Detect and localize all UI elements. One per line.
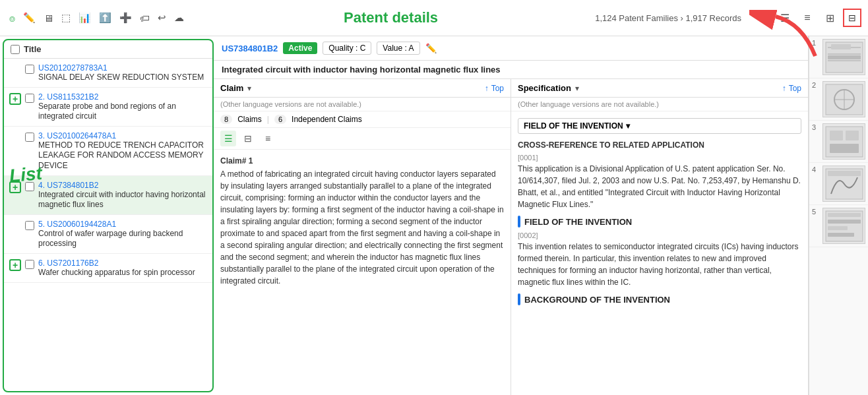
edit-icon[interactable]: ✏️ [425,43,437,53]
patent-link-1[interactable]: US20120278783A1 [38,63,108,73]
filter-icon[interactable]: ⌾ [7,11,18,25]
patent-text-5: 5. US20060194428A1 Control of wafer warp… [38,219,207,249]
thumbnail-5[interactable]: 5 [809,205,868,247]
grid-view-button[interactable]: ⊞ [821,9,839,27]
page-title: Patent details [192,9,590,26]
claims-stats: 8 Claims | 6 Independent Claims [214,111,511,128]
thumb-num-2: 2 [812,81,820,89]
claim-text: A method of fabricating an integrated ci… [220,168,504,287]
svg-rect-21 [828,233,854,237]
list-view-button[interactable]: ☰ [776,9,794,27]
patent-text-2: 2. US8115321B2 Separate probe and bond r… [38,92,207,122]
thumbnail-1[interactable]: 1 [809,36,868,78]
spec-section-dropdown[interactable]: FIELD OF THE INVENTION ▾ [518,118,801,134]
patent-link-6[interactable]: 6. US7201176B2 [38,258,98,268]
thumb-img-3 [822,123,865,160]
spec-field-title: FIELD OF THE INVENTION [518,216,801,228]
svg-rect-16 [828,171,861,176]
spec-top-button[interactable]: ↑ Top [782,84,801,93]
thumb-img-4 [822,166,865,202]
patent-item: + 4. US7384801B2 Integrated circuit with… [4,176,212,215]
add-icon[interactable]: ➕ [117,11,135,25]
patent-checkbox-6[interactable] [25,260,34,269]
thumbnail-2[interactable]: 2 [809,78,868,121]
export-icon[interactable]: ⬚ [59,11,73,25]
spec-chevron-icon[interactable]: ▾ [575,84,579,93]
main-layout: Title List US20120278783A1 SIGNAL DELAY … [0,36,868,395]
section-bar-bg-icon [518,293,520,305]
spec-background-title: BACKGROUND OF THE INVENTION [518,293,801,305]
patent-checkbox-4[interactable] [25,182,34,191]
right-panel: 1 2 [809,36,868,395]
patent-checkbox-3[interactable] [25,133,34,142]
add-button-2[interactable]: + [9,93,21,105]
thumbnail-3[interactable]: 3 [809,121,868,163]
flat-view-icon[interactable]: ≡ [260,131,276,146]
patent-link-2[interactable]: 2. US8115321B2 [38,92,98,102]
toolbar: ⌾ ✏️ 🖥 ⬚ 📊 ⬆️ ➕ 🏷 ↩ ☁ [7,11,187,25]
spec-para-0001-id: [0001] [518,154,801,162]
svg-rect-6 [828,55,861,59]
patent-item: 5. US20060194428A1 Control of wafer warp… [4,215,212,254]
patent-link-3[interactable]: 3. US20100264478A1 [38,131,116,140]
spec-content: FIELD OF THE INVENTION ▾ CROSS-REFERENCE… [511,111,808,395]
independent-label-text: Independent Claims [292,115,362,124]
list-view-icon[interactable]: ☰ [220,131,236,146]
spec-section-label: FIELD OF THE INVENTION [524,121,623,131]
panel-view-button[interactable]: ⊟ [843,9,861,27]
claims-chevron-icon[interactable]: ▾ [247,84,251,93]
spec-cross-ref-title: CROSS-REFERENCE TO RELATED APPLICATION [518,140,801,150]
header-view-icons: ⚙ ☰ ≡ ⊞ ⊟ [753,9,861,27]
patent-link-5[interactable]: 5. US20060194428A1 [38,220,116,229]
patent-number-link[interactable]: US7384801B2 [222,44,278,53]
pencil-icon[interactable]: ✏️ [20,11,38,25]
svg-rect-14 [830,144,859,153]
patent-desc-5: Control of wafer warpage during backend … [38,229,207,249]
patent-desc-2: Separate probe and bond regions of an in… [38,102,207,122]
spec-panel: Specification ▾ ↑ Top (Other language ve… [511,79,808,395]
patent-desc-3: METHOD TO REDUCE TRENCH CAPACITOR LEAKAG… [38,140,207,171]
patent-item: + 6. US7201176B2 Wafer chucking apparatu… [4,254,212,283]
thumb-num-3: 3 [812,123,820,131]
claims-lang-note: (Other language versions are not availab… [214,98,511,111]
patent-full-title: Integrated circuit with inductor having … [214,61,808,79]
add-button-4[interactable]: + [9,181,21,193]
chart-icon[interactable]: 📊 [76,11,94,25]
section-bar-icon [518,216,520,228]
patent-list: List US20120278783A1 SIGNAL DELAY SKEW R… [4,59,212,391]
tag-icon[interactable]: 🏷 [137,11,152,25]
spec-up-arrow-icon: ↑ [782,84,786,93]
split-view: Claim ▾ ↑ Top (Other language versions a… [214,79,808,395]
svg-rect-5 [831,44,851,49]
patent-checkbox-5[interactable] [25,221,34,230]
share-icon[interactable]: ↩ [155,11,169,25]
header-stats: 1,124 Patent Families › 1,917 Records [595,13,741,23]
header: ⌾ ✏️ 🖥 ⬚ 📊 ⬆️ ➕ 🏷 ↩ ☁ Patent details 1,1… [0,0,868,36]
cloud-icon[interactable]: ☁ [171,11,187,25]
svg-rect-13 [846,131,859,140]
spec-label: Specification [518,83,571,93]
middle-panel: US7384801B2 Active Quality : C Value : A… [214,36,809,395]
patent-checkbox-1[interactable] [25,65,34,74]
monitor-icon[interactable]: 🖥 [41,11,56,25]
independent-count-badge: 6 [274,115,286,124]
patent-text-1: US20120278783A1 SIGNAL DELAY SKEW REDUCT… [38,63,207,83]
menu-view-button[interactable]: ≡ [798,9,817,27]
patent-checkbox-2[interactable] [25,94,34,103]
thumbnail-4[interactable]: 4 [809,163,868,205]
dropdown-arrow-icon: ▾ [626,121,630,131]
svg-rect-19 [828,220,861,224]
thumb-num-1: 1 [812,39,820,47]
upload-icon[interactable]: ⬆️ [96,11,114,25]
left-panel-header: Title [4,40,212,59]
patent-item: + 2. US8115321B2 Separate probe and bond… [4,88,212,127]
indent-view-icon[interactable]: ⊟ [240,131,256,146]
spec-para-0002-text: This invention relates to semiconductor … [518,241,801,288]
thumb-img-1 [822,39,865,75]
add-button-6[interactable]: + [9,259,21,271]
claims-top-button[interactable]: ↑ Top [485,84,504,93]
settings-button[interactable]: ⚙ [753,9,772,27]
patent-item: 3. US20100264478A1 METHOD TO REDUCE TREN… [4,127,212,176]
patent-link-4[interactable]: 4. US7384801B2 [38,181,98,190]
select-all-checkbox[interactable] [11,45,20,54]
